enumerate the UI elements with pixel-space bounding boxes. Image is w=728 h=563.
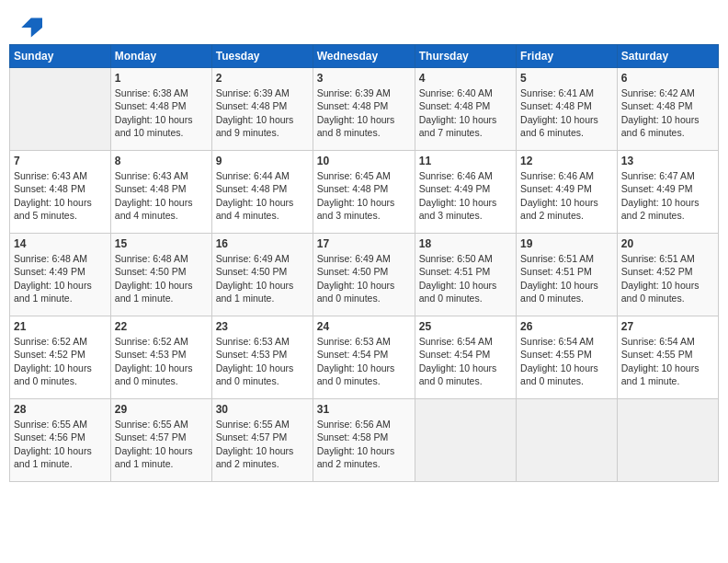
calendar-cell: 22Sunrise: 6:52 AMSunset: 4:53 PMDayligh… xyxy=(110,316,211,399)
calendar-cell xyxy=(415,399,516,482)
day-number: 13 xyxy=(621,154,714,168)
sunrise-text: Sunrise: 6:46 AM xyxy=(419,170,493,181)
calendar-cell xyxy=(517,399,618,482)
day-number: 27 xyxy=(621,319,714,334)
sunrise-text: Sunrise: 6:54 AM xyxy=(419,336,493,347)
sunrise-text: Sunrise: 6:52 AM xyxy=(115,336,188,347)
sunrise-text: Sunrise: 6:53 AM xyxy=(216,336,290,347)
calendar-cell: 31Sunrise: 6:56 AMSunset: 4:58 PMDayligh… xyxy=(313,399,415,482)
weekday-header: Monday xyxy=(110,45,211,68)
calendar-cell: 17Sunrise: 6:49 AMSunset: 4:50 PMDayligh… xyxy=(313,234,415,316)
sunrise-text: Sunrise: 6:44 AM xyxy=(216,170,290,181)
calendar-table: SundayMondayTuesdayWednesdayThursdayFrid… xyxy=(9,44,719,482)
calendar-cell: 26Sunrise: 6:54 AMSunset: 4:55 PMDayligh… xyxy=(517,316,618,399)
sunrise-text: Sunrise: 6:42 AM xyxy=(621,87,695,98)
calendar-week-row: 21Sunrise: 6:52 AMSunset: 4:52 PMDayligh… xyxy=(10,316,719,399)
calendar-cell: 8Sunrise: 6:43 AMSunset: 4:48 PMDaylight… xyxy=(110,151,211,234)
calendar-week-row: 1Sunrise: 6:38 AMSunset: 4:48 PMDaylight… xyxy=(10,68,719,151)
sunset-text: Sunset: 4:48 PM xyxy=(621,100,693,111)
calendar-week-row: 7Sunrise: 6:43 AMSunset: 4:48 PMDaylight… xyxy=(10,151,719,234)
daylight-text: Daylight: 10 hours and 0 minutes. xyxy=(419,362,497,386)
calendar-cell: 28Sunrise: 6:55 AMSunset: 4:56 PMDayligh… xyxy=(10,399,111,482)
sunrise-text: Sunrise: 6:47 AM xyxy=(621,170,695,181)
sunrise-text: Sunrise: 6:45 AM xyxy=(317,170,391,181)
calendar-cell: 10Sunrise: 6:45 AMSunset: 4:48 PMDayligh… xyxy=(313,151,415,234)
calendar-cell xyxy=(617,399,718,482)
sunset-text: Sunset: 4:50 PM xyxy=(216,266,288,277)
day-number: 17 xyxy=(317,236,411,251)
sunrise-text: Sunrise: 6:43 AM xyxy=(14,170,87,181)
daylight-text: Daylight: 10 hours and 0 minutes. xyxy=(520,280,598,304)
sunrise-text: Sunrise: 6:53 AM xyxy=(317,336,391,347)
sunrise-text: Sunrise: 6:46 AM xyxy=(520,170,594,181)
calendar-cell: 2Sunrise: 6:39 AMSunset: 4:48 PMDaylight… xyxy=(211,68,313,151)
calendar-cell: 3Sunrise: 6:39 AMSunset: 4:48 PMDaylight… xyxy=(313,68,415,151)
day-number: 30 xyxy=(216,402,309,417)
weekday-header: Thursday xyxy=(415,45,516,68)
day-number: 1 xyxy=(115,71,208,86)
calendar-cell: 20Sunrise: 6:51 AMSunset: 4:52 PMDayligh… xyxy=(617,234,718,316)
day-number: 11 xyxy=(419,154,512,168)
calendar-cell: 6Sunrise: 6:42 AMSunset: 4:48 PMDaylight… xyxy=(617,68,718,151)
daylight-text: Daylight: 10 hours and 0 minutes. xyxy=(14,362,92,386)
daylight-text: Daylight: 10 hours and 4 minutes. xyxy=(115,197,193,221)
daylight-text: Daylight: 10 hours and 0 minutes. xyxy=(317,362,395,386)
calendar-cell: 18Sunrise: 6:50 AMSunset: 4:51 PMDayligh… xyxy=(415,234,516,316)
sunset-text: Sunset: 4:51 PM xyxy=(520,266,592,277)
daylight-text: Daylight: 10 hours and 2 minutes. xyxy=(520,197,598,221)
day-number: 31 xyxy=(317,402,411,417)
day-number: 14 xyxy=(14,236,107,251)
sunset-text: Sunset: 4:49 PM xyxy=(419,183,491,194)
sunset-text: Sunset: 4:54 PM xyxy=(317,349,389,360)
daylight-text: Daylight: 10 hours and 2 minutes. xyxy=(216,445,294,469)
logo-icon xyxy=(17,15,42,40)
sunset-text: Sunset: 4:48 PM xyxy=(14,183,85,194)
day-number: 25 xyxy=(419,319,512,334)
sunrise-text: Sunrise: 6:54 AM xyxy=(520,336,594,347)
day-number: 18 xyxy=(419,236,512,251)
daylight-text: Daylight: 10 hours and 6 minutes. xyxy=(520,114,598,138)
daylight-text: Daylight: 10 hours and 6 minutes. xyxy=(621,114,700,138)
day-number: 7 xyxy=(14,154,107,168)
sunrise-text: Sunrise: 6:48 AM xyxy=(115,253,188,264)
sunset-text: Sunset: 4:49 PM xyxy=(621,183,693,194)
calendar-cell: 24Sunrise: 6:53 AMSunset: 4:54 PMDayligh… xyxy=(313,316,415,399)
daylight-text: Daylight: 10 hours and 1 minute. xyxy=(14,280,92,304)
day-number: 6 xyxy=(621,71,714,86)
daylight-text: Daylight: 10 hours and 7 minutes. xyxy=(419,114,497,138)
sunrise-text: Sunrise: 6:52 AM xyxy=(14,336,87,347)
day-number: 21 xyxy=(14,319,107,334)
sunrise-text: Sunrise: 6:50 AM xyxy=(419,253,493,264)
weekday-header: Friday xyxy=(517,45,618,68)
weekday-header: Sunday xyxy=(10,45,111,68)
calendar-cell: 11Sunrise: 6:46 AMSunset: 4:49 PMDayligh… xyxy=(415,151,516,234)
daylight-text: Daylight: 10 hours and 2 minutes. xyxy=(317,445,395,469)
daylight-text: Daylight: 10 hours and 9 minutes. xyxy=(216,114,294,138)
sunset-text: Sunset: 4:52 PM xyxy=(14,349,85,360)
sunrise-text: Sunrise: 6:56 AM xyxy=(317,419,391,430)
day-number: 3 xyxy=(317,71,411,86)
daylight-text: Daylight: 10 hours and 1 minute. xyxy=(115,280,193,304)
sunset-text: Sunset: 4:50 PM xyxy=(115,266,187,277)
sunrise-text: Sunrise: 6:40 AM xyxy=(419,87,493,98)
sunset-text: Sunset: 4:48 PM xyxy=(115,100,187,111)
day-number: 9 xyxy=(216,154,309,168)
daylight-text: Daylight: 10 hours and 0 minutes. xyxy=(115,362,193,386)
sunset-text: Sunset: 4:53 PM xyxy=(216,349,288,360)
calendar-cell: 5Sunrise: 6:41 AMSunset: 4:48 PMDaylight… xyxy=(517,68,618,151)
day-number: 4 xyxy=(419,71,512,86)
daylight-text: Daylight: 10 hours and 0 minutes. xyxy=(317,280,395,304)
daylight-text: Daylight: 10 hours and 10 minutes. xyxy=(115,114,193,138)
day-number: 15 xyxy=(115,236,208,251)
sunset-text: Sunset: 4:54 PM xyxy=(419,349,491,360)
calendar-cell xyxy=(10,68,111,151)
day-number: 5 xyxy=(520,71,613,86)
sunset-text: Sunset: 4:53 PM xyxy=(115,349,187,360)
sunset-text: Sunset: 4:48 PM xyxy=(216,183,288,194)
calendar-week-row: 14Sunrise: 6:48 AMSunset: 4:49 PMDayligh… xyxy=(10,234,719,316)
calendar-cell: 23Sunrise: 6:53 AMSunset: 4:53 PMDayligh… xyxy=(211,316,313,399)
daylight-text: Daylight: 10 hours and 4 minutes. xyxy=(216,197,294,221)
sunrise-text: Sunrise: 6:41 AM xyxy=(520,87,594,98)
calendar-cell: 21Sunrise: 6:52 AMSunset: 4:52 PMDayligh… xyxy=(10,316,111,399)
sunset-text: Sunset: 4:57 PM xyxy=(115,431,187,442)
